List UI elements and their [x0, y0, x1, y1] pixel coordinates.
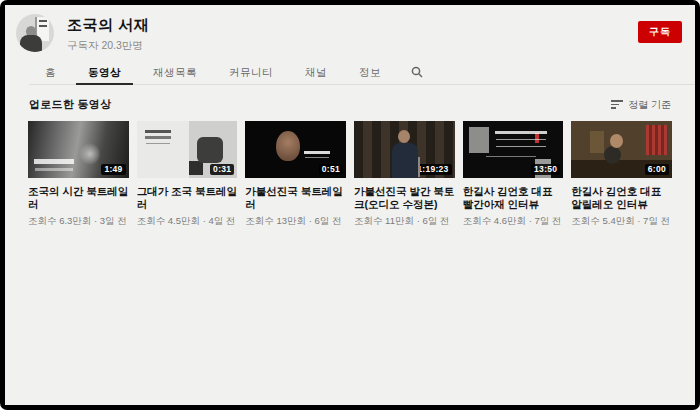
video-meta: 조회수 4.6만회 · 7일 전 — [463, 215, 564, 227]
video-thumbnail[interactable]: 6:00 — [571, 121, 672, 178]
channel-name: 조국의 서재 — [67, 16, 149, 35]
tab-community[interactable]: 커뮤니티 — [213, 60, 289, 84]
subscribe-button[interactable]: 구독 — [638, 21, 682, 43]
video-thumbnail[interactable]: 0:51 — [245, 121, 346, 178]
tab-videos[interactable]: 동영상 — [72, 60, 137, 84]
video-meta: 조회수 4.5만회 · 4일 전 — [137, 215, 238, 227]
sort-button[interactable]: 정렬 기준 — [611, 98, 671, 112]
video-meta: 조회수 5.4만회 · 7일 전 — [571, 215, 672, 227]
avatar-person-art — [20, 35, 42, 52]
video-card[interactable]: 6:00 한길사 김언호 대표 알릴레오 인터뷰 조회수 5.4만회 · 7일 … — [571, 121, 672, 227]
subscriber-count: 구독자 20.3만명 — [67, 39, 149, 53]
search-icon — [411, 66, 423, 78]
video-card[interactable]: 0:51 가불선진국 북트레일러 조회수 13만회 · 6일 전 — [245, 121, 346, 227]
video-thumbnail[interactable]: 1:49 — [28, 121, 129, 178]
video-thumbnail[interactable]: 1:19:23 — [354, 121, 455, 178]
sort-label: 정렬 기준 — [628, 98, 671, 112]
duration-badge: 0:31 — [210, 164, 234, 175]
duration-badge: 13:50 — [531, 164, 560, 175]
video-title[interactable]: 가불선진국 북트레일러 — [245, 185, 346, 211]
video-card[interactable]: 1:19:23 가불선진국 발간 북토크(오디오 수정본) 조회수 11만회 ·… — [354, 121, 455, 227]
duration-badge: 0:51 — [319, 164, 343, 175]
duration-badge: 6:00 — [645, 164, 669, 175]
video-card[interactable]: 1:49 조국의 시간 북트레일러 조회수 6.3만회 · 3일 전 — [28, 121, 129, 227]
channel-search-button[interactable] — [397, 60, 437, 84]
duration-badge: 1:49 — [101, 164, 125, 175]
duration-badge: 1:19:23 — [414, 164, 451, 175]
video-thumbnail[interactable]: 13:50 — [463, 121, 564, 178]
video-meta: 조회수 6.3만회 · 3일 전 — [28, 215, 129, 227]
channel-avatar[interactable] — [16, 14, 54, 52]
video-title[interactable]: 한길사 김언호 대표 빨간아재 인터뷰 — [463, 185, 564, 211]
channel-header: 조국의 서재 구독자 20.3만명 구독 — [5, 5, 695, 58]
video-thumbnail[interactable]: 0:31 — [137, 121, 238, 178]
tab-channels[interactable]: 채널 — [289, 60, 343, 84]
video-meta: 조회수 11만회 · 6일 전 — [354, 215, 455, 227]
video-title[interactable]: 한길사 김언호 대표 알릴레오 인터뷰 — [571, 185, 672, 211]
video-card[interactable]: 13:50 한길사 김언호 대표 빨간아재 인터뷰 조회수 4.6만회 · 7일… — [463, 121, 564, 227]
channel-tabs: 홈 동영상 재생목록 커뮤니티 채널 정보 — [29, 60, 695, 85]
video-title[interactable]: 조국의 시간 북트레일러 — [28, 185, 129, 211]
video-grid: 1:49 조국의 시간 북트레일러 조회수 6.3만회 · 3일 전 0:31 … — [5, 121, 695, 227]
video-title[interactable]: 그대가 조국 북트레일러 — [137, 185, 238, 211]
section-bar: 업로드한 동영상 정렬 기준 — [5, 85, 695, 121]
section-title: 업로드한 동영상 — [29, 97, 111, 112]
screenshot-frame: 조국의 서재 구독자 20.3만명 구독 홈 동영상 재생목록 커뮤니티 채널 … — [0, 0, 700, 410]
channel-info: 조국의 서재 구독자 20.3만명 — [67, 14, 149, 53]
tab-playlists[interactable]: 재생목록 — [137, 60, 213, 84]
video-title[interactable]: 가불선진국 발간 북토크(오디오 수정본) — [354, 185, 455, 211]
video-card[interactable]: 0:31 그대가 조국 북트레일러 조회수 4.5만회 · 4일 전 — [137, 121, 238, 227]
video-meta: 조회수 13만회 · 6일 전 — [245, 215, 346, 227]
tab-about[interactable]: 정보 — [343, 60, 397, 84]
sort-icon — [611, 100, 623, 109]
tab-home[interactable]: 홈 — [29, 60, 72, 84]
channel-page: 조국의 서재 구독자 20.3만명 구독 홈 동영상 재생목록 커뮤니티 채널 … — [5, 5, 695, 405]
